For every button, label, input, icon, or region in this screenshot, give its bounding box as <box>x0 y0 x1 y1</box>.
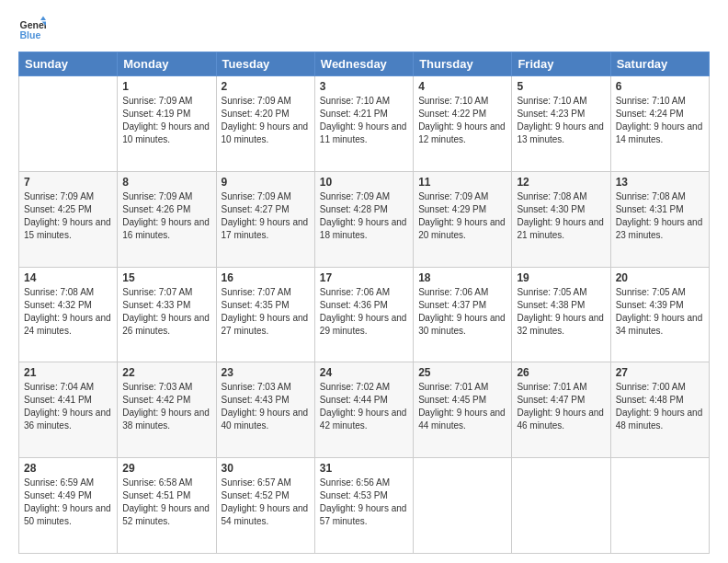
day-number: 31 <box>320 462 408 475</box>
day-info: Sunrise: 7:05 AMSunset: 4:38 PMDaylight:… <box>517 286 605 338</box>
day-info: Sunrise: 7:09 AMSunset: 4:27 PMDaylight:… <box>222 190 310 242</box>
day-cell <box>610 458 709 554</box>
day-info: Sunrise: 7:09 AMSunset: 4:20 PMDaylight:… <box>222 95 310 146</box>
day-info: Sunrise: 7:09 AMSunset: 4:29 PMDaylight:… <box>418 190 506 242</box>
day-number: 13 <box>616 176 704 189</box>
day-number: 16 <box>222 271 310 284</box>
day-info: Sunrise: 7:01 AMSunset: 4:45 PMDaylight:… <box>418 381 506 432</box>
day-number: 11 <box>418 176 506 189</box>
day-number: 2 <box>222 80 310 93</box>
logo: General Blue <box>18 15 46 42</box>
day-cell: 2Sunrise: 7:09 AMSunset: 4:20 PMDaylight… <box>216 76 314 172</box>
week-row-3: 21Sunrise: 7:04 AMSunset: 4:41 PMDayligh… <box>19 362 710 458</box>
day-number: 19 <box>517 271 605 284</box>
day-info: Sunrise: 7:05 AMSunset: 4:39 PMDaylight:… <box>616 286 704 338</box>
day-number: 14 <box>24 271 112 284</box>
day-cell: 24Sunrise: 7:02 AMSunset: 4:44 PMDayligh… <box>314 362 413 458</box>
day-cell: 7Sunrise: 7:09 AMSunset: 4:25 PMDaylight… <box>19 171 118 267</box>
day-info: Sunrise: 7:10 AMSunset: 4:21 PMDaylight:… <box>320 95 408 146</box>
logo-icon: General Blue <box>18 15 46 42</box>
day-info: Sunrise: 7:09 AMSunset: 4:19 PMDaylight:… <box>122 95 210 146</box>
col-header-thursday: Thursday <box>414 52 512 76</box>
col-header-monday: Monday <box>118 52 216 76</box>
day-number: 10 <box>320 176 408 189</box>
day-cell: 3Sunrise: 7:10 AMSunset: 4:21 PMDaylight… <box>314 76 413 172</box>
day-info: Sunrise: 7:09 AMSunset: 4:28 PMDaylight:… <box>320 190 408 242</box>
day-number: 7 <box>24 176 112 189</box>
day-info: Sunrise: 7:10 AMSunset: 4:24 PMDaylight:… <box>616 95 704 146</box>
day-number: 3 <box>320 80 408 93</box>
day-info: Sunrise: 6:58 AMSunset: 4:51 PMDaylight:… <box>122 477 210 528</box>
day-info: Sunrise: 7:08 AMSunset: 4:30 PMDaylight:… <box>517 190 605 242</box>
col-header-friday: Friday <box>512 52 610 76</box>
week-row-2: 14Sunrise: 7:08 AMSunset: 4:32 PMDayligh… <box>19 267 710 362</box>
svg-text:Blue: Blue <box>20 29 41 40</box>
week-row-4: 28Sunrise: 6:59 AMSunset: 4:49 PMDayligh… <box>19 458 710 554</box>
day-cell: 19Sunrise: 7:05 AMSunset: 4:38 PMDayligh… <box>512 267 610 362</box>
day-info: Sunrise: 6:57 AMSunset: 4:52 PMDaylight:… <box>222 477 310 528</box>
day-cell: 15Sunrise: 7:07 AMSunset: 4:33 PMDayligh… <box>118 267 216 362</box>
day-number: 12 <box>517 176 605 189</box>
day-number: 23 <box>222 366 310 379</box>
col-header-wednesday: Wednesday <box>314 52 413 76</box>
day-cell <box>512 458 610 554</box>
week-row-0: 1Sunrise: 7:09 AMSunset: 4:19 PMDaylight… <box>19 76 710 172</box>
day-cell <box>19 76 118 172</box>
col-header-saturday: Saturday <box>610 52 709 76</box>
day-cell: 31Sunrise: 6:56 AMSunset: 4:53 PMDayligh… <box>314 458 413 554</box>
day-cell: 26Sunrise: 7:01 AMSunset: 4:47 PMDayligh… <box>512 362 610 458</box>
day-info: Sunrise: 7:03 AMSunset: 4:43 PMDaylight:… <box>222 381 310 432</box>
day-info: Sunrise: 7:10 AMSunset: 4:22 PMDaylight:… <box>418 95 506 146</box>
day-number: 1 <box>122 80 210 93</box>
page: General Blue SundayMondayTuesdayWednesda… <box>0 0 728 563</box>
day-cell: 29Sunrise: 6:58 AMSunset: 4:51 PMDayligh… <box>118 458 216 554</box>
day-number: 24 <box>320 366 408 379</box>
day-cell: 1Sunrise: 7:09 AMSunset: 4:19 PMDaylight… <box>118 76 216 172</box>
day-info: Sunrise: 7:09 AMSunset: 4:26 PMDaylight:… <box>122 190 210 242</box>
day-info: Sunrise: 6:56 AMSunset: 4:53 PMDaylight:… <box>320 477 408 528</box>
day-cell: 9Sunrise: 7:09 AMSunset: 4:27 PMDaylight… <box>216 171 314 267</box>
day-number: 20 <box>616 271 704 284</box>
day-cell: 16Sunrise: 7:07 AMSunset: 4:35 PMDayligh… <box>216 267 314 362</box>
day-cell: 22Sunrise: 7:03 AMSunset: 4:42 PMDayligh… <box>118 362 216 458</box>
day-number: 29 <box>122 462 210 475</box>
day-info: Sunrise: 7:08 AMSunset: 4:32 PMDaylight:… <box>24 286 112 338</box>
day-cell: 13Sunrise: 7:08 AMSunset: 4:31 PMDayligh… <box>610 171 709 267</box>
day-info: Sunrise: 7:04 AMSunset: 4:41 PMDaylight:… <box>24 381 112 432</box>
day-cell: 4Sunrise: 7:10 AMSunset: 4:22 PMDaylight… <box>414 76 512 172</box>
day-number: 22 <box>122 366 210 379</box>
day-number: 27 <box>616 366 704 379</box>
day-number: 28 <box>24 462 112 475</box>
col-header-sunday: Sunday <box>19 52 118 76</box>
day-number: 26 <box>517 366 605 379</box>
day-cell: 6Sunrise: 7:10 AMSunset: 4:24 PMDaylight… <box>610 76 709 172</box>
day-cell: 27Sunrise: 7:00 AMSunset: 4:48 PMDayligh… <box>610 362 709 458</box>
day-info: Sunrise: 7:06 AMSunset: 4:37 PMDaylight:… <box>418 286 506 338</box>
day-cell: 11Sunrise: 7:09 AMSunset: 4:29 PMDayligh… <box>414 171 512 267</box>
day-cell: 10Sunrise: 7:09 AMSunset: 4:28 PMDayligh… <box>314 171 413 267</box>
day-cell: 14Sunrise: 7:08 AMSunset: 4:32 PMDayligh… <box>19 267 118 362</box>
day-info: Sunrise: 7:06 AMSunset: 4:36 PMDaylight:… <box>320 286 408 338</box>
day-cell: 30Sunrise: 6:57 AMSunset: 4:52 PMDayligh… <box>216 458 314 554</box>
day-info: Sunrise: 6:59 AMSunset: 4:49 PMDaylight:… <box>24 477 112 528</box>
day-cell: 8Sunrise: 7:09 AMSunset: 4:26 PMDaylight… <box>118 171 216 267</box>
day-number: 30 <box>222 462 310 475</box>
day-info: Sunrise: 7:03 AMSunset: 4:42 PMDaylight:… <box>122 381 210 432</box>
col-header-tuesday: Tuesday <box>216 52 314 76</box>
calendar-table: SundayMondayTuesdayWednesdayThursdayFrid… <box>18 52 710 554</box>
day-cell: 23Sunrise: 7:03 AMSunset: 4:43 PMDayligh… <box>216 362 314 458</box>
day-number: 17 <box>320 271 408 284</box>
day-info: Sunrise: 7:09 AMSunset: 4:25 PMDaylight:… <box>24 190 112 242</box>
day-number: 21 <box>24 366 112 379</box>
day-cell: 25Sunrise: 7:01 AMSunset: 4:45 PMDayligh… <box>414 362 512 458</box>
day-info: Sunrise: 7:02 AMSunset: 4:44 PMDaylight:… <box>320 381 408 432</box>
day-cell <box>414 458 512 554</box>
day-info: Sunrise: 7:07 AMSunset: 4:35 PMDaylight:… <box>222 286 310 338</box>
header-row: SundayMondayTuesdayWednesdayThursdayFrid… <box>19 52 710 76</box>
day-cell: 5Sunrise: 7:10 AMSunset: 4:23 PMDaylight… <box>512 76 610 172</box>
day-info: Sunrise: 7:10 AMSunset: 4:23 PMDaylight:… <box>517 95 605 146</box>
svg-marker-2 <box>40 17 46 21</box>
day-info: Sunrise: 7:00 AMSunset: 4:48 PMDaylight:… <box>616 381 704 432</box>
day-number: 9 <box>222 176 310 189</box>
day-cell: 21Sunrise: 7:04 AMSunset: 4:41 PMDayligh… <box>19 362 118 458</box>
